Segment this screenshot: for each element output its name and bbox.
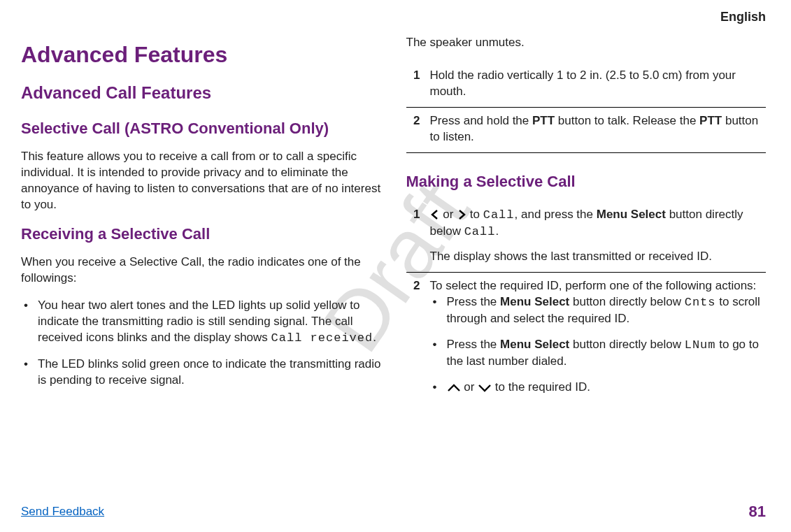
- step-text: button to talk. Release the: [558, 114, 699, 127]
- list-text: or: [464, 380, 478, 394]
- step-item: 1 Hold the radio vertically 1 to 2 in. (…: [406, 62, 767, 107]
- step-item: 1 or to Call, and press the Menu Select …: [406, 201, 767, 272]
- page: Draft English Advanced Features Advanced…: [0, 0, 791, 532]
- bold-text: PTT: [532, 114, 555, 127]
- step-list: 1 or to Call, and press the Menu Select …: [406, 201, 767, 412]
- list-text: Press the: [447, 338, 501, 351]
- step-body: Press and hold the PTT button to talk. R…: [430, 113, 767, 145]
- step-number: 2: [406, 278, 420, 405]
- page-number: 81: [749, 503, 766, 521]
- bullet-list: You hear two alert tones and the LED lig…: [21, 298, 381, 389]
- subsection-heading: Selective Call (ASTRO Conventional Only): [21, 118, 381, 139]
- list-text: .: [373, 331, 376, 344]
- bold-text: Menu Select: [500, 295, 569, 308]
- list-item: or to the required ID.: [430, 380, 767, 396]
- right-arrow-icon: [457, 210, 466, 220]
- step-text: .: [495, 224, 499, 238]
- list-item: The LED blinks solid green once to indic…: [21, 357, 381, 389]
- list-item: Press the Menu Select button directly be…: [430, 337, 767, 370]
- divider: [406, 152, 767, 153]
- display-text: Call: [483, 208, 515, 222]
- list-item: You hear two alert tones and the LED lig…: [21, 298, 381, 347]
- step-text: or: [443, 208, 457, 221]
- display-text: Call: [464, 225, 496, 238]
- display-text: LNum: [685, 338, 716, 352]
- step-body: To select the required ID, perform one o…: [430, 278, 767, 405]
- bold-text: PTT: [699, 114, 722, 127]
- up-arrow-icon: [447, 384, 461, 392]
- list-text: to the required ID.: [495, 380, 590, 394]
- step-text: to: [470, 208, 483, 221]
- body-text: The speaker unmutes.: [406, 35, 767, 51]
- list-text: button directly below: [573, 295, 685, 308]
- body-text: This feature allows you to receive a cal…: [21, 149, 381, 213]
- page-title: Advanced Features: [21, 42, 381, 68]
- language-label: English: [720, 10, 766, 24]
- subsection-heading: Receiving a Selective Call: [21, 224, 381, 245]
- right-column: The speaker unmutes. 1 Hold the radio ve…: [406, 35, 767, 490]
- step-number: 2: [406, 113, 420, 145]
- step-text: To select the required ID, perform one o…: [430, 279, 757, 292]
- step-item: 2 To select the required ID, perform one…: [406, 273, 767, 412]
- content-columns: Advanced Features Advanced Call Features…: [21, 35, 766, 490]
- body-text: When you receive a Selective Call, the r…: [21, 254, 381, 287]
- step-body: or to Call, and press the Menu Select bu…: [430, 207, 767, 265]
- step-list: 1 Hold the radio vertically 1 to 2 in. (…: [406, 62, 767, 153]
- step-text: Press and hold the: [430, 114, 532, 127]
- send-feedback-link[interactable]: Send Feedback: [21, 505, 104, 519]
- left-arrow-icon: [430, 210, 440, 220]
- bold-text: Menu Select: [500, 338, 569, 351]
- section-heading: Advanced Call Features: [21, 83, 381, 103]
- bullet-list: Press the Menu Select button directly be…: [430, 294, 767, 396]
- list-text: button directly below: [573, 338, 685, 351]
- list-item: Press the Menu Select button directly be…: [430, 294, 767, 327]
- step-item: 2 Press and hold the PTT button to talk.…: [406, 108, 767, 152]
- bold-text: Menu Select: [597, 208, 666, 221]
- step-text: , and press the: [515, 208, 597, 221]
- display-text: Call received: [271, 331, 373, 345]
- left-column: Advanced Features Advanced Call Features…: [21, 35, 381, 490]
- step-number: 1: [406, 207, 420, 265]
- display-text: Cnts: [685, 296, 716, 309]
- list-text: Press the: [447, 295, 501, 308]
- down-arrow-icon: [478, 384, 492, 392]
- step-subtext: The display shows the last transmitted o…: [430, 249, 767, 265]
- step-number: 1: [406, 68, 420, 100]
- step-body: Hold the radio vertically 1 to 2 in. (2.…: [430, 68, 767, 100]
- subsection-heading: Making a Selective Call: [406, 171, 767, 192]
- page-footer: Send Feedback 81: [21, 503, 766, 521]
